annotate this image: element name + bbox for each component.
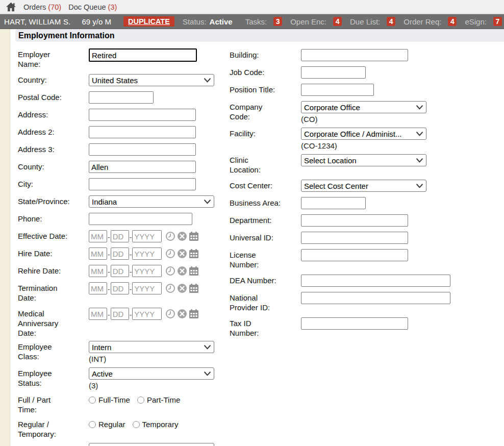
termination-date-mm-input[interactable] [89, 282, 107, 294]
address-input[interactable] [89, 109, 196, 121]
employee-class-select[interactable]: Intern [89, 341, 214, 353]
hire-date-mm-input[interactable] [89, 247, 107, 260]
doc-queue-link[interactable]: Doc Queue (3) [68, 3, 117, 11]
open-enc-count-badge[interactable]: 4 [333, 17, 342, 26]
medical-anniversary-mm-input[interactable] [89, 308, 107, 320]
clock-icon[interactable] [165, 249, 175, 259]
effective-date-mm-input[interactable] [89, 230, 107, 242]
form-left-column: Employer Name: Country: United States Po… [18, 48, 227, 446]
regular-temporary-row: Regular / Temporary: Regular Temporary [18, 418, 227, 439]
termination-date-dd-input[interactable] [111, 282, 129, 294]
patient-name: HART, WILLIAM S. [4, 17, 70, 26]
business-area-input[interactable] [301, 197, 366, 209]
temporary-radio[interactable] [133, 421, 140, 428]
orders-link[interactable]: Orders (70) [23, 3, 61, 11]
chevron-down-icon [204, 78, 211, 83]
status-label: Status: [183, 17, 207, 26]
clock-icon[interactable] [165, 309, 175, 319]
calendar-icon[interactable] [189, 283, 199, 293]
rehire-date-yyyy-input[interactable] [132, 265, 162, 277]
regular-temporary-label: Regular / Temporary: [18, 418, 89, 439]
position-title-label: Position Title: [230, 84, 301, 94]
medical-anniversary-date-row: Medical Anniversary Date: -- [18, 308, 227, 338]
tax-id-number-row: Tax ID Number: [230, 317, 502, 338]
due-list-count-badge[interactable]: 4 [387, 17, 395, 26]
medical-anniversary-yyyy-input[interactable] [132, 308, 162, 320]
medical-anniversary-dd-input[interactable] [111, 308, 129, 320]
regular-radio[interactable] [89, 421, 96, 428]
hire-date-yyyy-input[interactable] [132, 247, 162, 260]
state-province-select[interactable]: Indiana [89, 195, 214, 208]
effective-date-row: Effective Date: -- [18, 230, 227, 242]
full-time-radio[interactable] [89, 397, 96, 404]
clear-icon[interactable] [177, 231, 187, 241]
calendar-icon[interactable] [189, 266, 199, 276]
job-code-input[interactable] [301, 66, 366, 79]
license-number-input[interactable] [301, 249, 408, 261]
postal-code-input[interactable] [89, 91, 154, 104]
county-input[interactable] [89, 161, 196, 173]
chevron-down-icon [416, 184, 423, 188]
termination-date-yyyy-input[interactable] [132, 282, 162, 294]
rehire-date-dd-input[interactable] [111, 265, 129, 277]
esign-count-badge[interactable]: 7 [493, 17, 502, 26]
employee-status-code: (3) [89, 381, 214, 390]
clock-icon[interactable] [165, 283, 175, 293]
calendar-icon[interactable] [189, 231, 199, 241]
calendar-icon[interactable] [189, 249, 199, 259]
phone-input[interactable] [89, 213, 192, 225]
rehire-date-mm-input[interactable] [89, 265, 107, 277]
clear-icon[interactable] [177, 249, 187, 259]
city-input[interactable] [89, 178, 196, 190]
county-label: County: [18, 161, 89, 171]
clock-icon[interactable] [165, 266, 175, 276]
employee-status-label: Employee Status: [18, 367, 89, 388]
employee-class-code: (INT) [89, 355, 214, 363]
clear-icon[interactable] [177, 283, 187, 293]
home-button[interactable] [6, 2, 16, 12]
chevron-down-icon [204, 345, 211, 350]
duplicate-badge[interactable]: DUPLICATE [123, 16, 174, 27]
national-provider-id-input[interactable] [301, 292, 450, 304]
department-input[interactable] [301, 214, 408, 227]
company-code-code: (CO) [301, 115, 426, 123]
work-location-label: Work Location: [18, 443, 89, 446]
employee-class-label: Employee Class: [18, 341, 89, 361]
phone-row: Phone: [18, 213, 227, 225]
calendar-icon[interactable] [189, 309, 199, 319]
work-location-select[interactable]: Select Location [89, 443, 214, 446]
dea-number-input[interactable] [301, 275, 450, 287]
effective-date-yyyy-input[interactable] [132, 230, 162, 242]
employer-name-input[interactable] [89, 48, 197, 62]
position-title-input[interactable] [301, 84, 374, 96]
order-req-count-badge[interactable]: 4 [448, 17, 457, 26]
employee-status-select[interactable]: Active [89, 367, 214, 380]
facility-select[interactable]: Corporate Office / Administ... [301, 128, 426, 140]
business-area-label: Business Area: [230, 197, 301, 208]
country-select[interactable]: United States [89, 74, 214, 86]
temporary-option: Temporary [133, 420, 179, 429]
address3-input[interactable] [89, 143, 196, 156]
facility-row: Facility: Corporate Office / Administ...… [230, 128, 502, 150]
address-row: Address: [18, 109, 227, 121]
full-part-time-row: Full / Part Time: Full-Time Part-Time [18, 394, 227, 414]
cost-center-select[interactable]: Select Cost Center [301, 180, 426, 192]
address2-input[interactable] [89, 126, 196, 138]
effective-date-dd-input[interactable] [111, 230, 129, 242]
clock-icon[interactable] [165, 231, 175, 241]
tax-id-number-input[interactable] [301, 317, 408, 330]
order-req-stat: Order Req: 4 [404, 17, 457, 26]
country-label: Country: [18, 74, 89, 85]
hire-date-dd-input[interactable] [111, 247, 129, 260]
clear-icon[interactable] [177, 309, 187, 319]
universal-id-input[interactable] [301, 232, 408, 244]
part-time-radio[interactable] [137, 397, 144, 404]
clinic-location-select[interactable]: Select Location [301, 154, 426, 166]
company-code-select[interactable]: Corporate Office [301, 101, 426, 113]
esign-stat: eSign: 7 [465, 17, 502, 26]
national-provider-id-row: National Provider ID: [230, 292, 502, 312]
clear-icon[interactable] [177, 266, 187, 276]
building-input[interactable] [301, 49, 408, 61]
tasks-count-badge[interactable]: 3 [273, 17, 282, 26]
dea-number-row: DEA Number: [230, 275, 502, 287]
